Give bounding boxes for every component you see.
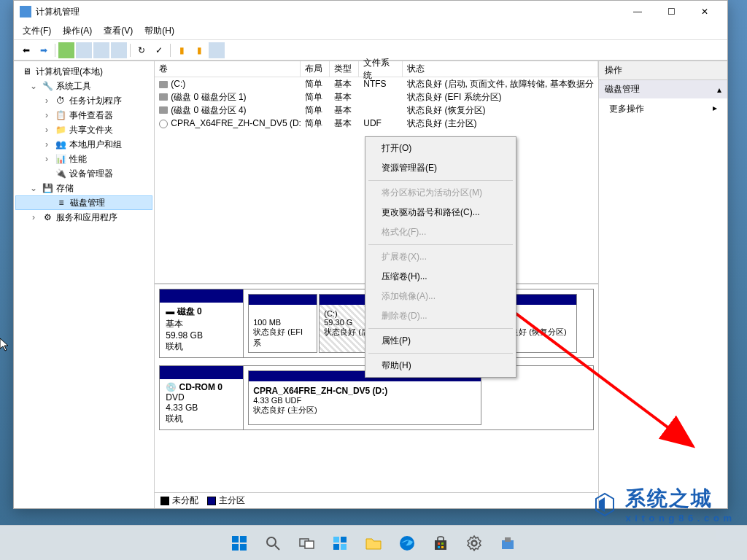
more-actions-item[interactable]: 更多操作 ▸: [599, 98, 727, 120]
back-button[interactable]: ⬅: [18, 42, 34, 58]
menu-action[interactable]: 操作(A): [63, 25, 92, 37]
context-item-1[interactable]: 资源管理器(E): [367, 158, 514, 178]
tree-item-icon: ≡: [55, 197, 67, 209]
tree-expander[interactable]: ›: [42, 139, 52, 149]
header-layout[interactable]: 布局: [301, 61, 330, 77]
partition[interactable]: 100 MB状态良好 (EFI 系: [248, 294, 317, 353]
context-item-10: 删除卷(D)...: [367, 306, 514, 326]
context-item-14[interactable]: 帮助(H): [367, 356, 514, 376]
tool-btn-8[interactable]: [209, 42, 225, 58]
app-icon-taskbar[interactable]: [493, 529, 522, 558]
tree-expander[interactable]: ›: [42, 125, 52, 135]
legend-primary-icon: [207, 497, 216, 505]
tree-item-6[interactable]: 🔌设备管理器: [15, 166, 152, 181]
tree-item-icon: ⚙: [42, 211, 53, 223]
svg-rect-16: [438, 542, 440, 545]
context-item-12[interactable]: 属性(P): [367, 331, 514, 351]
tree-item-label: 服务和应用程序: [56, 211, 117, 224]
disk-label[interactable]: 💿 CD-ROM 0DVD4.33 GB联机: [160, 366, 244, 429]
chevron-right-icon: ▸: [713, 103, 717, 115]
disk-label[interactable]: ▬ 磁盘 0基本59.98 GB联机: [160, 289, 244, 357]
brand-logo-icon: [590, 490, 619, 519]
taskbar[interactable]: [0, 525, 747, 560]
widgets-icon[interactable]: [325, 529, 355, 558]
tree-item-label: 系统工具: [56, 80, 91, 93]
menu-view[interactable]: 查看(V): [104, 25, 133, 37]
tool-btn-3[interactable]: [93, 42, 109, 58]
partition[interactable]: CPRA_X64FRE_ZH-CN_DV5 (D:)4.33 GB UDF状态良…: [248, 370, 481, 425]
menu-file[interactable]: 文件(F): [23, 25, 51, 37]
tree-item-7[interactable]: ⌄💾存储: [15, 181, 152, 195]
context-item-9: 添加镜像(A)...: [367, 287, 514, 306]
volume-row[interactable]: CPRA_X64FRE_ZH-CN_DV5 (D:)简单基本UDF状态良好 (主…: [155, 117, 597, 130]
header-type[interactable]: 类型: [330, 61, 359, 77]
context-item-8[interactable]: 压缩卷(H)...: [367, 267, 514, 287]
tree-item-icon: 📋: [55, 109, 66, 121]
tree-item-2[interactable]: ›📋事件查看器: [15, 108, 152, 122]
tree-item-8[interactable]: ≡磁盘管理: [15, 195, 152, 210]
start-button[interactable]: [225, 529, 254, 558]
refresh-button[interactable]: ↻: [133, 42, 150, 58]
tree-item-3[interactable]: ›📁共享文件夹: [15, 122, 152, 137]
tree-item-label: 任务计划程序: [69, 95, 122, 107]
svg-rect-10: [333, 537, 339, 542]
tree-item-label: 性能: [69, 153, 87, 166]
tree-item-label: 存储: [56, 182, 74, 195]
actions-section[interactable]: 磁盘管理 ▴: [599, 80, 727, 98]
volume-header[interactable]: 卷 布局 类型 文件系统 状态: [155, 61, 597, 77]
volume-row[interactable]: (磁盘 0 磁盘分区 1)简单基本状态良好 (EFI 系统分区): [155, 90, 597, 104]
store-icon[interactable]: [426, 529, 455, 558]
tool-btn-5[interactable]: ✓: [151, 42, 167, 58]
task-view-icon[interactable]: [292, 529, 321, 558]
tool-btn-6[interactable]: ▮: [174, 42, 190, 58]
tree-expander[interactable]: ›: [42, 110, 52, 120]
menu-help[interactable]: 帮助(H): [144, 25, 174, 37]
tree-expander[interactable]: ⌄: [28, 81, 39, 91]
svg-rect-9: [305, 541, 314, 548]
svg-rect-5: [240, 544, 247, 551]
tool-btn-2[interactable]: [76, 42, 92, 58]
tree-root[interactable]: 🖥 计算机管理(本地): [15, 64, 152, 79]
edge-icon[interactable]: [392, 529, 422, 558]
explorer-icon[interactable]: [359, 529, 388, 558]
svg-rect-22: [505, 537, 511, 542]
mouse-cursor: [0, 338, 12, 356]
collapse-icon: ▴: [717, 85, 721, 95]
titlebar[interactable]: 计算机管理 — ☐ ✕: [14, 1, 727, 23]
maximize-button[interactable]: ☐: [654, 1, 688, 23]
header-volume[interactable]: 卷: [155, 61, 301, 77]
close-button[interactable]: ✕: [688, 1, 721, 23]
context-item-4[interactable]: 更改驱动器号和路径(C)...: [367, 203, 514, 222]
tool-btn-1[interactable]: [58, 42, 74, 58]
actions-header: 操作: [599, 61, 727, 80]
forward-button[interactable]: ➡: [36, 42, 52, 58]
tree-expander[interactable]: ›: [42, 154, 52, 164]
volume-row[interactable]: (C:)简单基本NTFS状态良好 (启动, 页面文件, 故障转储, 基本数据分: [155, 77, 597, 90]
tree-item-icon: 🔌: [55, 168, 66, 179]
header-fs[interactable]: 文件系统: [359, 61, 403, 77]
tree-item-4[interactable]: ›👥本地用户和组: [15, 137, 152, 152]
minimize-button[interactable]: —: [621, 1, 654, 23]
header-status[interactable]: 状态: [403, 61, 597, 77]
disk-icon: [159, 106, 168, 114]
tree-item-0[interactable]: ⌄🔧系统工具: [15, 79, 152, 93]
legend-primary-label: 主分区: [219, 494, 245, 507]
tree-item-5[interactable]: ›📊性能: [15, 152, 152, 166]
search-icon[interactable]: [258, 529, 287, 558]
svg-rect-12: [333, 544, 339, 550]
tree-item-1[interactable]: ›⏱任务计划程序: [15, 93, 152, 108]
tool-btn-7[interactable]: ▮: [191, 42, 207, 58]
tool-btn-4[interactable]: [111, 42, 127, 58]
tree-expander[interactable]: ›: [42, 96, 52, 106]
tree-pane[interactable]: 🖥 计算机管理(本地) ⌄🔧系统工具›⏱任务计划程序›📋事件查看器›📁共享文件夹…: [14, 61, 155, 508]
volume-row[interactable]: (磁盘 0 磁盘分区 4)简单基本状态良好 (恢复分区): [155, 104, 597, 117]
actions-pane: 操作 磁盘管理 ▴ 更多操作 ▸: [598, 61, 727, 508]
tree-expander[interactable]: ⌄: [28, 183, 39, 193]
svg-point-6: [267, 537, 276, 546]
tree-item-9[interactable]: ›⚙服务和应用程序: [15, 210, 152, 225]
settings-icon[interactable]: [460, 529, 489, 558]
svg-rect-15: [435, 540, 446, 550]
context-item-0[interactable]: 打开(O): [367, 139, 514, 158]
legend-unallocated-icon: [160, 497, 169, 505]
tree-expander[interactable]: ›: [28, 212, 39, 222]
